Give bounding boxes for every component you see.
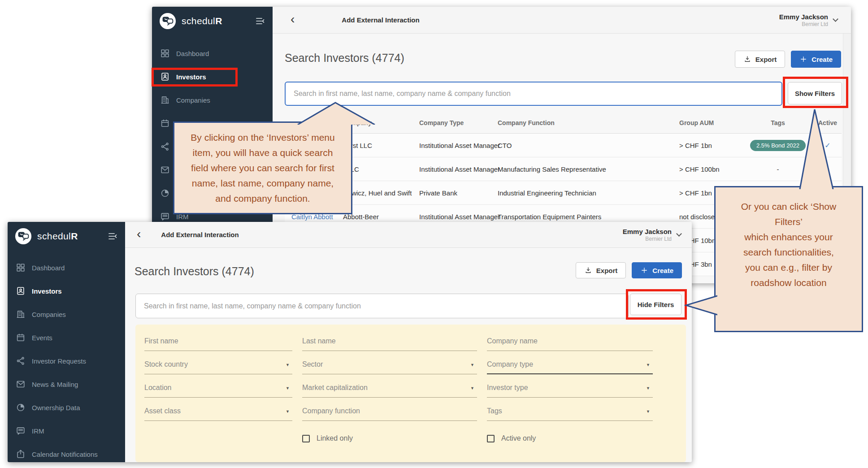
tutorial-screenshot: schedulR Dashboard Investors Companies E… xyxy=(0,0,868,468)
back-chevron-icon[interactable]: ‹ xyxy=(291,13,295,26)
sidebar-item-events[interactable]: Events xyxy=(8,326,125,349)
sidebar-nav: Dashboard Investors Companies Events Inv… xyxy=(8,256,125,462)
sidebar-item-dashboard[interactable]: Dashboard xyxy=(8,256,125,279)
main-content: ‹ Add External Interaction Emmy Jackson … xyxy=(125,222,692,462)
back-chevron-icon[interactable]: ‹ xyxy=(137,228,141,240)
cell-group-aum: > CHF 1bn xyxy=(679,142,742,149)
header-company-function: Company Function xyxy=(498,119,679,126)
highlight-box-hide-filters xyxy=(626,289,687,320)
user-menu[interactable]: Emmy Jackson Bernier Ltd xyxy=(623,228,681,242)
cell-company: Abbott-Beer xyxy=(343,213,419,221)
dropdown-caret-icon: ▼ xyxy=(646,386,650,390)
user-menu[interactable]: Emmy Jackson Bernier Ltd xyxy=(779,13,838,27)
sidebar-item-companies[interactable]: Companies xyxy=(152,88,273,112)
chevron-down-icon xyxy=(676,231,682,237)
dropdown-caret-icon: ▼ xyxy=(286,363,290,367)
companies-icon xyxy=(16,309,26,319)
filters-panel: First name Last name Company name Stock … xyxy=(135,325,686,462)
sidebar-item-companies[interactable]: Companies xyxy=(8,303,125,326)
cell-company-function: Industrial Engineering Technician xyxy=(498,189,679,197)
highlight-box-investors xyxy=(152,68,238,87)
brand-name: schedulR xyxy=(182,16,255,26)
user-name: Emmy Jackson xyxy=(623,228,672,235)
create-button[interactable]: Create xyxy=(632,262,682,278)
table-row[interactable]: t LLC Institutional Asset Manager Manufa… xyxy=(285,157,842,181)
highlight-box-show-filters xyxy=(783,77,848,108)
cell-company: t LLC xyxy=(343,165,419,173)
active-only-checkbox-row: Active only xyxy=(487,429,653,447)
sidebar-collapse-icon[interactable] xyxy=(255,16,265,26)
cell-company-function: CTO xyxy=(498,142,679,149)
plus-icon xyxy=(799,55,807,63)
comment-icon xyxy=(160,212,170,221)
sidebar-item-ownership-data[interactable]: Ownership Data xyxy=(8,396,125,419)
sidebar-item-irm[interactable]: IRM xyxy=(8,419,125,442)
mail-icon xyxy=(160,165,170,175)
dropdown-caret-icon: ▼ xyxy=(286,386,290,390)
active-only-checkbox[interactable] xyxy=(487,435,495,442)
filter-company-type[interactable]: Company type▼ xyxy=(487,354,653,377)
cell-company-type: Private Bank xyxy=(419,189,498,197)
page-title: Search Investors (4774) xyxy=(135,265,254,278)
share-icon xyxy=(16,356,26,366)
filter-investor-type[interactable]: Investor type▼ xyxy=(487,377,653,401)
cell-company: kiewicz, Huel and Swift xyxy=(343,189,419,197)
sidebar-item-investor-requests[interactable]: Investor Requests xyxy=(8,349,125,373)
export-button[interactable]: Export xyxy=(576,262,626,278)
table-row[interactable]: hurst LLC Institutional Asset Manager CT… xyxy=(285,134,842,157)
filter-stock-country[interactable]: Stock country▼ xyxy=(144,354,292,377)
sidebar-collapse-icon[interactable] xyxy=(107,231,118,242)
brand-row: schedulR xyxy=(152,7,273,35)
plus-icon xyxy=(640,266,648,274)
pie-chart-icon xyxy=(16,403,26,412)
user-name: Emmy Jackson xyxy=(779,13,828,21)
user-company: Bernier Ltd xyxy=(779,21,828,27)
linked-only-checkbox[interactable] xyxy=(302,435,310,442)
dashboard-icon xyxy=(16,263,26,273)
filter-company-function[interactable]: Company function xyxy=(302,401,477,424)
callout-pointer-tall-up xyxy=(797,108,836,189)
page-nav-title: Add External Interaction xyxy=(342,16,419,24)
schedulr-logo-icon xyxy=(15,228,32,245)
events-icon xyxy=(16,333,26,342)
callout-pointer-left xyxy=(684,295,717,316)
dropdown-caret-icon: ▼ xyxy=(286,409,290,414)
filter-last-name[interactable]: Last name xyxy=(302,331,477,354)
cell-company-type: Institutional Asset Manager xyxy=(419,142,498,149)
top-bar: ‹ Add External Interaction Emmy Jackson … xyxy=(125,222,692,248)
callout-pointer-up xyxy=(291,101,381,125)
dropdown-caret-icon: ▼ xyxy=(646,409,650,414)
companies-icon xyxy=(160,95,170,105)
linked-only-checkbox-row: Linked only xyxy=(302,429,477,447)
export-button[interactable]: Export xyxy=(735,51,786,68)
sidebar-item-dashboard[interactable]: Dashboard xyxy=(152,42,273,65)
events-icon xyxy=(160,118,170,128)
filter-asset-class[interactable]: Asset class▼ xyxy=(144,401,292,424)
filter-location[interactable]: Location▼ xyxy=(144,377,292,401)
chevron-down-icon xyxy=(833,16,838,22)
header-group-aum: Group AUM xyxy=(679,119,742,126)
sidebar-item-calendar-notifications[interactable]: Calendar Notifications xyxy=(8,442,125,462)
page-title: Search Investors (4774) xyxy=(285,52,404,65)
brand-name: schedulR xyxy=(37,231,107,242)
investors-icon xyxy=(16,286,26,296)
foreground-app-window: schedulR Dashboard Investors Companies E… xyxy=(8,222,692,462)
sidebar-item-investors[interactable]: Investors xyxy=(8,279,125,303)
dropdown-caret-icon: ▼ xyxy=(470,386,474,390)
dropdown-caret-icon: ▼ xyxy=(646,363,650,367)
create-button[interactable]: Create xyxy=(791,51,841,68)
top-bar: ‹ Add External Interaction Emmy Jackson … xyxy=(273,7,851,34)
action-buttons: Export Create xyxy=(576,262,682,278)
filter-company-name[interactable]: Company name xyxy=(487,331,653,354)
cell-company-function: Transportation Equipment Painters xyxy=(498,213,679,221)
filter-first-name[interactable]: First name xyxy=(144,331,292,354)
filter-market-capitalization[interactable]: Market capitalization▼ xyxy=(302,377,477,401)
search-input[interactable] xyxy=(135,294,629,318)
filter-tags[interactable]: Tags▼ xyxy=(487,401,653,424)
pie-chart-icon xyxy=(160,188,170,198)
clipboard-export-icon xyxy=(16,449,26,459)
header-company-type: Company Type xyxy=(419,119,498,126)
sidebar-item-news-mailing[interactable]: News & Mailing xyxy=(8,373,125,396)
filter-sector[interactable]: Sector▼ xyxy=(302,354,477,377)
dashboard-icon xyxy=(160,48,170,58)
